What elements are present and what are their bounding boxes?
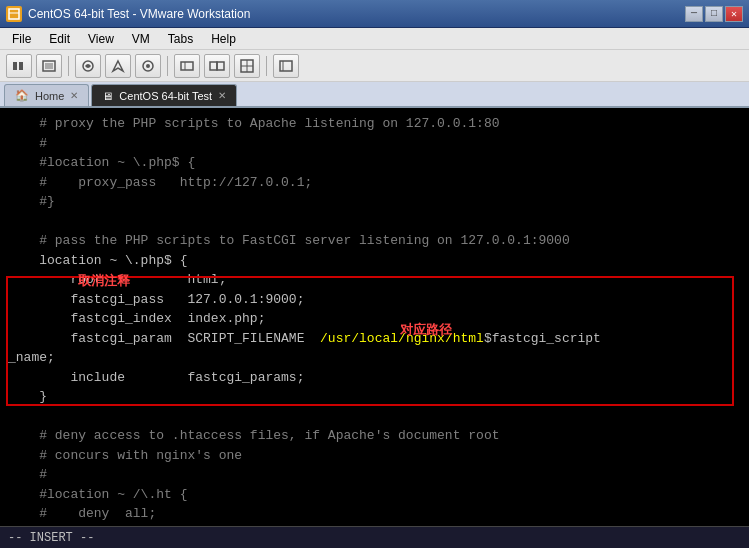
toolbar-btn-2[interactable] <box>36 54 62 78</box>
svg-rect-16 <box>280 61 292 71</box>
menu-edit[interactable]: Edit <box>41 30 78 48</box>
svg-rect-11 <box>210 62 217 70</box>
svg-rect-12 <box>217 62 224 70</box>
toolbar <box>0 50 749 82</box>
term-line-13: _name; <box>8 348 741 368</box>
title-bar: CentOS 64-bit Test - VMware Workstation … <box>0 0 749 28</box>
term-line-4: # proxy_pass http://127.0.0.1; <box>8 173 741 193</box>
term-line-17: # deny access to .htaccess files, if Apa… <box>8 426 741 446</box>
menu-vm[interactable]: VM <box>124 30 158 48</box>
centos-icon: 🖥 <box>102 90 113 102</box>
tab-centos-label: CentOS 64-bit Test <box>119 90 212 102</box>
toolbar-btn-3[interactable] <box>75 54 101 78</box>
svg-rect-0 <box>9 9 19 19</box>
toolbar-separator-3 <box>266 56 267 76</box>
toolbar-btn-7[interactable] <box>204 54 230 78</box>
term-line-6 <box>8 212 741 232</box>
menu-file[interactable]: File <box>4 30 39 48</box>
window-controls: ─ □ ✕ <box>685 6 743 22</box>
status-bar: -- INSERT -- <box>0 526 749 548</box>
term-line-22: # }} <box>8 524 741 527</box>
toolbar-btn-8[interactable] <box>234 54 260 78</box>
svg-rect-2 <box>13 62 17 70</box>
toolbar-btn-1[interactable] <box>6 54 32 78</box>
toolbar-separator-1 <box>68 56 69 76</box>
svg-point-8 <box>146 64 150 68</box>
term-line-15: } <box>8 387 741 407</box>
svg-rect-9 <box>181 62 193 70</box>
term-line-19: # <box>8 465 741 485</box>
toolbar-separator-2 <box>167 56 168 76</box>
tab-home-close[interactable]: ✕ <box>70 90 78 101</box>
maximize-button[interactable]: □ <box>705 6 723 22</box>
terminal-area[interactable]: # proxy the PHP scripts to Apache listen… <box>0 108 749 526</box>
term-line-1: # proxy the PHP scripts to Apache listen… <box>8 114 741 134</box>
annotation-path: 对应路径 <box>400 320 452 340</box>
term-line-12-text: fastcgi_param SCRIPT_FILENAME <box>8 329 320 349</box>
term-line-10: fastcgi_pass 127.0.0.1:9000; <box>8 290 741 310</box>
tab-home[interactable]: 🏠 Home ✕ <box>4 84 89 106</box>
term-line-18: # concurs with nginx's one <box>8 446 741 466</box>
home-icon: 🏠 <box>15 89 29 102</box>
annotation-cancel-comment: 取消注释 <box>78 271 130 291</box>
term-line-2: # <box>8 134 741 154</box>
toolbar-btn-6[interactable] <box>174 54 200 78</box>
window-title: CentOS 64-bit Test - VMware Workstation <box>28 7 250 21</box>
term-line-12-var: $fastcgi_script <box>484 329 601 349</box>
term-line-12: fastcgi_param SCRIPT_FILENAME /usr/local… <box>8 329 741 349</box>
app-icon <box>6 6 22 22</box>
term-line-7: # pass the PHP scripts to FastCGI server… <box>8 231 741 251</box>
toolbar-btn-9[interactable] <box>273 54 299 78</box>
menu-bar: File Edit View VM Tabs Help <box>0 28 749 50</box>
title-bar-left: CentOS 64-bit Test - VMware Workstation <box>6 6 250 22</box>
term-line-3: #location ~ \.php$ { <box>8 153 741 173</box>
tab-centos[interactable]: 🖥 CentOS 64-bit Test ✕ <box>91 84 237 106</box>
term-line-21: # deny all; <box>8 504 741 524</box>
tab-centos-close[interactable]: ✕ <box>218 90 226 101</box>
tab-bar: 🏠 Home ✕ 🖥 CentOS 64-bit Test ✕ <box>0 82 749 108</box>
toolbar-btn-5[interactable] <box>135 54 161 78</box>
minimize-button[interactable]: ─ <box>685 6 703 22</box>
close-button[interactable]: ✕ <box>725 6 743 22</box>
menu-tabs[interactable]: Tabs <box>160 30 201 48</box>
tab-home-label: Home <box>35 90 64 102</box>
term-line-8: location ~ \.php$ { <box>8 251 741 271</box>
toolbar-btn-4[interactable] <box>105 54 131 78</box>
term-line-16 <box>8 407 741 427</box>
svg-rect-3 <box>19 62 23 70</box>
menu-view[interactable]: View <box>80 30 122 48</box>
term-line-14: include fastcgi_params; <box>8 368 741 388</box>
term-line-5: #} <box>8 192 741 212</box>
insert-mode-indicator: -- INSERT -- <box>8 531 94 545</box>
term-line-20: #location ~ /\.ht { <box>8 485 741 505</box>
term-line-11: fastcgi_index index.php; <box>8 309 741 329</box>
svg-rect-5 <box>45 63 53 69</box>
menu-help[interactable]: Help <box>203 30 244 48</box>
